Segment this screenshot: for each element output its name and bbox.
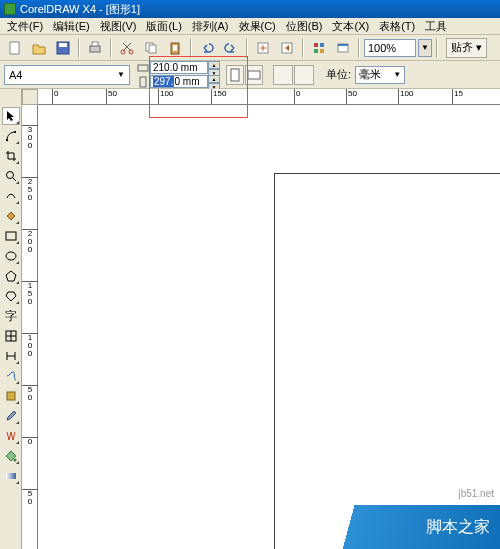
page-dimensions-group: 210.0 mm ▲▼ 297.0 mm ▲▼ (136, 61, 220, 89)
interactive-tool[interactable] (2, 387, 20, 405)
workspace: 字 05010015005010015 30025020015010050050 (0, 89, 500, 549)
menu-text[interactable]: 文本(X) (327, 19, 374, 34)
svg-rect-2 (59, 43, 67, 47)
unit-label: 单位: (326, 67, 351, 82)
connector-tool[interactable] (2, 367, 20, 385)
chevron-down-icon: ▼ (117, 70, 125, 79)
svg-rect-8 (149, 45, 156, 53)
property-bar: A4 ▼ 210.0 mm ▲▼ 297.0 mm ▲▼ 单位: 毫米 ▼ (0, 61, 500, 89)
width-spinner[interactable]: ▲▼ (208, 61, 220, 74)
svg-rect-3 (90, 46, 100, 52)
vertical-ruler[interactable]: 30025020015010050050 (22, 105, 38, 549)
watermark-brand: 脚本之家 (320, 505, 500, 549)
watermark-url: jb51.net (458, 488, 494, 499)
ruler-origin[interactable] (22, 89, 38, 105)
svg-rect-26 (6, 232, 16, 240)
paper-size-combo[interactable]: A4 ▼ (4, 65, 130, 85)
svg-rect-21 (231, 69, 239, 81)
menu-tools[interactable]: 工具 (420, 19, 452, 34)
menu-file[interactable]: 文件(F) (2, 19, 48, 34)
dimension-tool[interactable] (2, 347, 20, 365)
menu-arrange[interactable]: 排列(A) (187, 19, 234, 34)
svg-rect-16 (320, 49, 324, 53)
svg-rect-29 (7, 392, 15, 400)
text-tool[interactable]: 字 (2, 307, 20, 325)
svg-rect-19 (138, 65, 148, 71)
svg-rect-0 (10, 42, 19, 54)
height-icon (136, 76, 150, 88)
ellipse-tool[interactable] (2, 247, 20, 265)
svg-rect-23 (6, 139, 8, 141)
smart-fill-tool[interactable] (2, 207, 20, 225)
menu-layout[interactable]: 版面(L) (141, 19, 186, 34)
polygon-tool[interactable] (2, 267, 20, 285)
page-layout-button-1[interactable] (273, 65, 293, 85)
unit-combo[interactable]: 毫米 ▼ (355, 66, 405, 84)
portrait-button[interactable] (226, 65, 244, 85)
horizontal-ruler[interactable]: 05010015005010015 (38, 89, 500, 105)
paste-button[interactable] (164, 37, 186, 59)
outline-tool[interactable] (2, 427, 20, 445)
redo-button[interactable] (220, 37, 242, 59)
menu-view[interactable]: 视图(V) (95, 19, 142, 34)
app-launcher-button[interactable] (308, 37, 330, 59)
eyedropper-tool[interactable] (2, 407, 20, 425)
welcome-button[interactable] (332, 37, 354, 59)
save-button[interactable] (52, 37, 74, 59)
toolbox: 字 (0, 89, 22, 549)
height-spinner[interactable]: ▲▼ (208, 75, 220, 88)
export-button[interactable] (276, 37, 298, 59)
print-button[interactable] (84, 37, 106, 59)
fill-tool[interactable] (2, 447, 20, 465)
snap-dropdown[interactable]: 贴齐 ▾ (446, 38, 487, 58)
svg-rect-4 (92, 42, 98, 46)
svg-rect-20 (140, 77, 146, 87)
new-button[interactable] (4, 37, 26, 59)
page-height-input[interactable]: 297.0 mm (150, 75, 208, 88)
page-layout-button-2[interactable] (294, 65, 314, 85)
shape-tool[interactable] (2, 127, 20, 145)
zoom-tool[interactable] (2, 167, 20, 185)
paper-size-value: A4 (9, 69, 22, 81)
svg-rect-15 (314, 49, 318, 53)
svg-rect-10 (173, 45, 177, 51)
app-icon (4, 3, 16, 15)
rectangle-tool[interactable] (2, 227, 20, 245)
menu-table[interactable]: 表格(T) (374, 19, 420, 34)
open-button[interactable] (28, 37, 50, 59)
zoom-level-input[interactable]: 100% (364, 39, 416, 57)
menu-bitmap[interactable]: 位图(B) (281, 19, 328, 34)
undo-button[interactable] (196, 37, 218, 59)
freehand-tool[interactable] (2, 187, 20, 205)
copy-button[interactable] (140, 37, 162, 59)
cut-button[interactable] (116, 37, 138, 59)
svg-rect-14 (320, 43, 324, 47)
pick-tool[interactable] (2, 107, 20, 125)
import-button[interactable] (252, 37, 274, 59)
crop-tool[interactable] (2, 147, 20, 165)
svg-rect-22 (248, 71, 260, 79)
svg-rect-13 (314, 43, 318, 47)
svg-point-27 (6, 252, 16, 260)
landscape-button[interactable] (245, 65, 263, 85)
menu-edit[interactable]: 编辑(E) (48, 19, 95, 34)
menu-bar: 文件(F) 编辑(E) 视图(V) 版面(L) 排列(A) 效果(C) 位图(B… (0, 18, 500, 35)
svg-rect-24 (14, 131, 16, 133)
title-bar: CorelDRAW X4 - [图形1] (0, 0, 500, 18)
chevron-down-icon: ▼ (393, 70, 401, 79)
basic-shapes-tool[interactable] (2, 287, 20, 305)
interactive-fill-tool[interactable] (2, 467, 20, 485)
svg-point-25 (6, 172, 13, 179)
table-tool[interactable] (2, 327, 20, 345)
width-icon (136, 62, 150, 74)
window-title: CorelDRAW X4 - [图形1] (20, 2, 140, 17)
standard-toolbar: 100% ▼ 贴齐 ▾ (0, 35, 500, 61)
page-width-input[interactable]: 210.0 mm (150, 61, 208, 74)
canvas-area[interactable] (38, 105, 500, 549)
svg-rect-18 (338, 44, 348, 46)
menu-effects[interactable]: 效果(C) (234, 19, 281, 34)
svg-rect-31 (6, 473, 16, 479)
zoom-dropdown-icon[interactable]: ▼ (418, 39, 432, 57)
